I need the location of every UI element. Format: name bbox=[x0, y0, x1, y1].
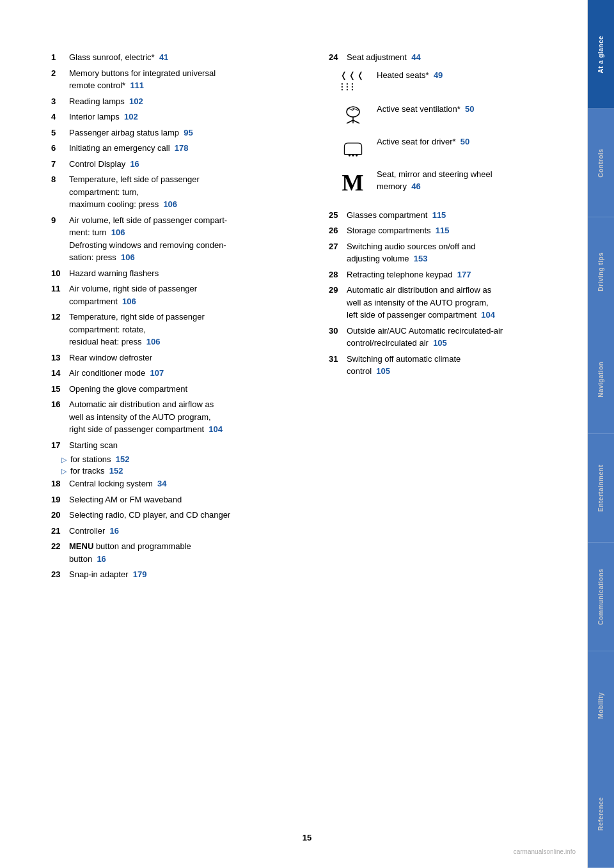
entry-10: 10 Hazard warning flashers bbox=[51, 267, 290, 280]
entry-text-27: Switching audio sources on/off andadjust… bbox=[347, 240, 475, 265]
entry-text-28: Retracting telephone keypad 177 bbox=[347, 268, 471, 281]
entry-text-24: Seat adjustment 44 bbox=[347, 51, 421, 64]
entry-text-20: Selecting radio, CD player, and CD chang… bbox=[69, 509, 230, 522]
entry-number-21: 21 bbox=[51, 525, 69, 538]
sidebar-tab-communications[interactable]: Communications bbox=[588, 543, 614, 651]
entry-5: 5 Passenger airbag status lamp 95 bbox=[51, 127, 290, 139]
sidebar-tab-controls[interactable]: Controls bbox=[588, 109, 614, 217]
seat-memory-text: Seat, mirror and steering wheelmemory 46 bbox=[377, 168, 492, 193]
entry-number-4: 4 bbox=[51, 111, 69, 123]
heated-seats-icon: ❬❬❬⁝⁝⁝ bbox=[335, 70, 370, 94]
entry-1: 1 Glass sunroof, electric* 41 bbox=[51, 51, 290, 64]
entry-number-12: 12 bbox=[51, 311, 69, 348]
sub-entry-17b: ▷ for tracks 152 bbox=[61, 466, 290, 476]
entry-13: 13 Rear window defroster bbox=[51, 352, 290, 364]
entry-number-2: 2 bbox=[51, 67, 69, 92]
sub-text-17b: for tracks 152 bbox=[70, 466, 123, 476]
entry-number-13: 13 bbox=[51, 352, 69, 364]
seat-memory-icon: M bbox=[335, 169, 370, 196]
entry-7: 7 Control Display 16 bbox=[51, 158, 290, 171]
entry-text-21: Controller 16 bbox=[69, 525, 119, 538]
entry-text-3: Reading lamps 102 bbox=[69, 95, 143, 108]
entry-text-1: Glass sunroof, electric* 41 bbox=[69, 51, 168, 64]
entry-9: 9 Air volume, left side of passenger com… bbox=[51, 214, 290, 264]
entry-31: 31 Switching off automatic climatecontro… bbox=[329, 353, 568, 378]
entry-20: 20 Selecting radio, CD player, and CD ch… bbox=[51, 509, 290, 522]
icon-entry-active-seat-driver: Active seat for driver* 50 bbox=[335, 136, 568, 159]
svg-point-5 bbox=[348, 154, 350, 156]
icon-entry-seat-ventilation: Active seat ventilation* 50 bbox=[335, 103, 568, 127]
entry-number-8: 8 bbox=[51, 173, 69, 211]
entry-text-9: Air volume, left side of passenger compa… bbox=[69, 214, 227, 264]
entry-11: 11 Air volume, right side of passengerco… bbox=[51, 283, 290, 307]
sidebar-tab-navigation[interactable]: Navigation bbox=[588, 325, 614, 434]
entry-12: 12 Temperature, right side of passengerc… bbox=[51, 311, 290, 348]
entry-number-9: 9 bbox=[51, 214, 69, 264]
sub-entry-17a: ▷ for stations 152 bbox=[61, 454, 290, 464]
entry-number-29: 29 bbox=[329, 284, 347, 322]
entry-text-10: Hazard warning flashers bbox=[69, 267, 159, 280]
entry-number-23: 23 bbox=[51, 568, 69, 581]
entry-18: 18 Central locking system 34 bbox=[51, 477, 290, 490]
left-column: 1 Glass sunroof, electric* 41 2 Memory b… bbox=[51, 51, 290, 830]
entry-text-15: Opening the glove compartment bbox=[69, 383, 187, 396]
entry-28: 28 Retracting telephone keypad 177 bbox=[329, 268, 568, 281]
entry-number-15: 15 bbox=[51, 383, 69, 396]
icon-entry-seat-memory: M Seat, mirror and steering wheelmemory … bbox=[335, 168, 568, 196]
entry-number-20: 20 bbox=[51, 509, 69, 522]
entry-number-11: 11 bbox=[51, 283, 69, 307]
entry-text-19: Selecting AM or FM waveband bbox=[69, 493, 182, 506]
sidebar-tab-driving-tips[interactable]: Driving tips bbox=[588, 217, 614, 326]
heated-seats-text: Heated seats* 49 bbox=[377, 69, 443, 82]
entry-17: 17 Starting scan bbox=[51, 439, 290, 452]
entry-text-4: Interior lamps 102 bbox=[69, 111, 138, 123]
entry-16: 16 Automatic air distribution and airflo… bbox=[51, 398, 290, 436]
entry-number-18: 18 bbox=[51, 477, 69, 490]
entry-number-31: 31 bbox=[329, 353, 347, 378]
entry-8: 8 Temperature, left side of passengercom… bbox=[51, 173, 290, 211]
entry-number-25: 25 bbox=[329, 209, 347, 222]
entry-29: 29 Automatic air distribution and airflo… bbox=[329, 284, 568, 322]
entry-text-25: Glasses compartment 115 bbox=[347, 209, 446, 222]
entry-4: 4 Interior lamps 102 bbox=[51, 111, 290, 123]
watermark: carmanualsonline.info bbox=[514, 848, 576, 855]
sub-bullet-17b: ▷ bbox=[61, 467, 67, 476]
entry-23: 23 Snap-in adapter 179 bbox=[51, 568, 290, 581]
seat-ventilation-icon bbox=[335, 104, 370, 127]
entry-number-6: 6 bbox=[51, 142, 69, 155]
entry-27: 27 Switching audio sources on/off andadj… bbox=[329, 240, 568, 265]
right-column: 24 Seat adjustment 44 ❬❬❬⁝⁝⁝ Heated seat… bbox=[316, 51, 568, 830]
entry-text-16: Automatic air distribution and airflow a… bbox=[69, 398, 223, 436]
seat-ventilation-text: Active seat ventilation* 50 bbox=[377, 103, 475, 116]
entry-number-17: 17 bbox=[51, 439, 69, 452]
entry-15: 15 Opening the glove compartment bbox=[51, 383, 290, 396]
sidebar-tab-mobility[interactable]: Mobility bbox=[588, 651, 614, 760]
page-container: 1 Glass sunroof, electric* 41 2 Memory b… bbox=[0, 0, 614, 868]
svg-point-7 bbox=[356, 154, 358, 156]
entry-text-11: Air volume, right side of passengercompa… bbox=[69, 283, 197, 307]
entry-text-29: Automatic air distribution and airflow a… bbox=[347, 284, 495, 322]
entry-6: 6 Initiating an emergency call 178 bbox=[51, 142, 290, 155]
sidebar-tab-entertainment[interactable]: Entertainment bbox=[588, 434, 614, 543]
active-seat-driver-text: Active seat for driver* 50 bbox=[377, 136, 469, 148]
entry-number-5: 5 bbox=[51, 127, 69, 139]
entry-30: 30 Outside air/AUC Automatic recirculate… bbox=[329, 325, 568, 350]
entry-21: 21 Controller 16 bbox=[51, 525, 290, 538]
sidebar-tab-reference[interactable]: Reference bbox=[588, 759, 614, 868]
entry-text-13: Rear window defroster bbox=[69, 352, 152, 364]
entry-25: 25 Glasses compartment 115 bbox=[329, 209, 568, 222]
entry-19: 19 Selecting AM or FM waveband bbox=[51, 493, 290, 506]
entry-text-26: Storage compartments 115 bbox=[347, 224, 449, 237]
sidebar: At a glance Controls Driving tips Naviga… bbox=[587, 0, 614, 868]
sidebar-tab-at-glance[interactable]: At a glance bbox=[588, 0, 614, 109]
main-content: 1 Glass sunroof, electric* 41 2 Memory b… bbox=[0, 0, 587, 868]
active-seat-driver-icon bbox=[335, 137, 370, 159]
entry-number-14: 14 bbox=[51, 367, 69, 380]
entry-text-8: Temperature, left side of passengercompa… bbox=[69, 173, 200, 211]
entry-text-14: Air conditioner mode 107 bbox=[69, 367, 164, 380]
entry-number-30: 30 bbox=[329, 325, 347, 350]
entry-text-6: Initiating an emergency call 178 bbox=[69, 142, 188, 155]
sub-bullet-17a: ▷ bbox=[61, 456, 67, 464]
entry-24: 24 Seat adjustment 44 bbox=[329, 51, 568, 64]
entry-14: 14 Air conditioner mode 107 bbox=[51, 367, 290, 380]
